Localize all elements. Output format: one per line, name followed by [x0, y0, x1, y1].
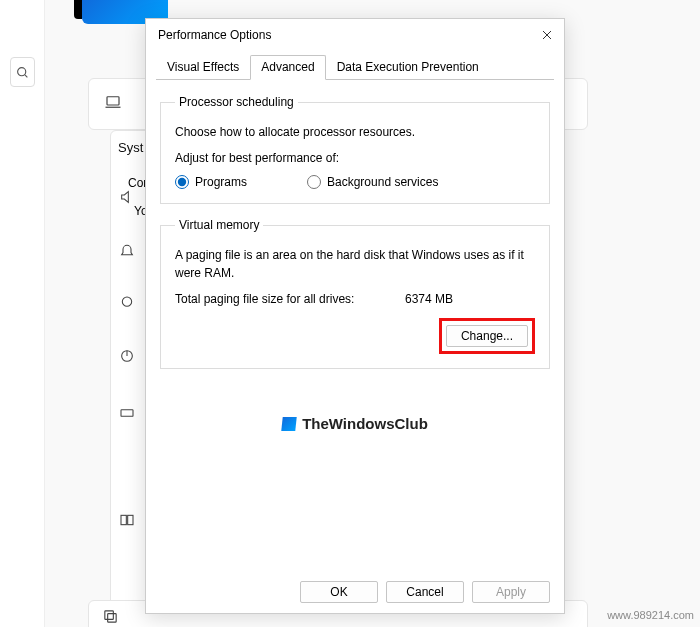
- watermark-text: TheWindowsClub: [302, 415, 428, 432]
- tab-strip: Visual Effects Advanced Data Execution P…: [146, 51, 564, 80]
- underlay-syst-label: Syst: [118, 140, 143, 155]
- radio-bgservices[interactable]: Background services: [307, 175, 438, 189]
- watermark-logo-icon: [281, 417, 296, 431]
- adjust-label: Adjust for best performance of:: [175, 151, 535, 165]
- cancel-button[interactable]: Cancel: [386, 581, 464, 603]
- radio-programs-input[interactable]: [175, 175, 189, 189]
- ok-button[interactable]: OK: [300, 581, 378, 603]
- radio-bgservices-input[interactable]: [307, 175, 321, 189]
- processor-desc: Choose how to allocate processor resourc…: [175, 123, 535, 141]
- radio-programs-label: Programs: [195, 175, 247, 189]
- svg-rect-11: [108, 614, 117, 623]
- tab-underline: [156, 79, 554, 80]
- svg-rect-6: [121, 409, 133, 416]
- watermark: TheWindowsClub: [146, 415, 564, 432]
- svg-point-0: [18, 67, 26, 75]
- bg-left-rail: [0, 0, 45, 627]
- tab-dep[interactable]: Data Execution Prevention: [326, 55, 490, 80]
- apply-button[interactable]: Apply: [472, 581, 550, 603]
- svg-rect-2: [107, 97, 119, 105]
- processor-legend: Processor scheduling: [175, 95, 298, 109]
- virtual-memory-group: Virtual memory A paging file is an area …: [160, 218, 550, 369]
- svg-rect-12: [105, 611, 114, 620]
- svg-rect-8: [128, 515, 133, 524]
- tab-advanced[interactable]: Advanced: [250, 55, 325, 80]
- radio-bgservices-label: Background services: [327, 175, 438, 189]
- change-button[interactable]: Change...: [446, 325, 528, 347]
- svg-rect-7: [121, 515, 126, 524]
- site-watermark: www.989214.com: [607, 609, 694, 621]
- vm-desc: A paging file is an area on the hard dis…: [175, 246, 535, 282]
- vm-legend: Virtual memory: [175, 218, 263, 232]
- search-icon: [10, 57, 35, 87]
- dialog-title: Performance Options: [158, 28, 271, 42]
- processor-scheduling-group: Processor scheduling Choose how to alloc…: [160, 95, 550, 204]
- change-highlight: Change...: [439, 318, 535, 354]
- close-button[interactable]: [540, 28, 554, 42]
- copy-icon: [102, 608, 119, 627]
- laptop-icon: [104, 93, 122, 115]
- tab-visual-effects[interactable]: Visual Effects: [156, 55, 250, 80]
- dialog-footer: OK Cancel Apply: [300, 581, 550, 603]
- radio-programs[interactable]: Programs: [175, 175, 247, 189]
- performance-options-dialog: Performance Options Visual Effects Advan…: [145, 18, 565, 614]
- vm-total-value: 6374 MB: [405, 292, 453, 306]
- svg-line-1: [25, 74, 27, 76]
- titlebar: Performance Options: [146, 19, 564, 51]
- vm-total-label: Total paging file size for all drives:: [175, 292, 405, 306]
